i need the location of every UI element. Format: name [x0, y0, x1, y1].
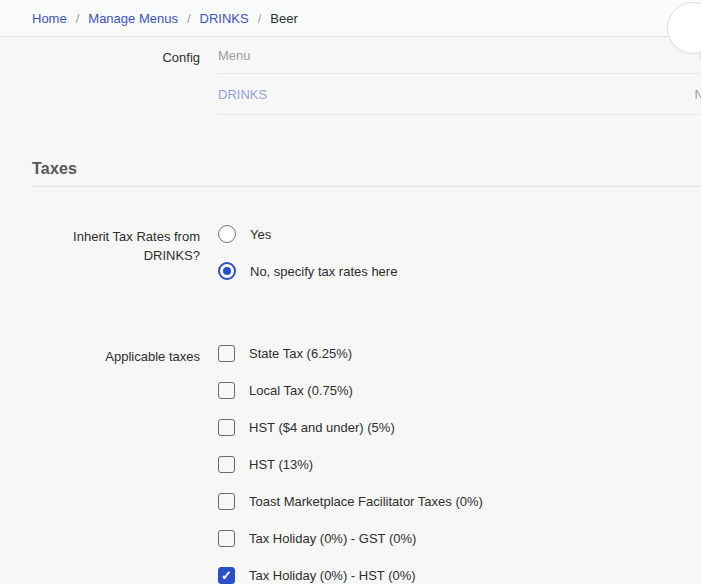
checkbox-local-tax[interactable]: ✓ — [218, 382, 235, 399]
radio-row-no[interactable]: No, specify tax rates here — [218, 262, 397, 280]
checkmark-icon: ✓ — [221, 569, 232, 582]
radio-row-yes[interactable]: Yes — [218, 225, 397, 243]
config-table: Menu r DRINKS N — [218, 37, 701, 115]
config-table-header: Menu r — [218, 37, 701, 74]
checkbox-hst-4-and-under[interactable]: ✓ — [218, 419, 235, 436]
breadcrumb-link-home[interactable]: Home — [32, 11, 67, 26]
breadcrumb-current-beer: Beer — [270, 11, 297, 26]
checkbox-row-tax-holiday-gst[interactable]: ✓ Tax Holiday (0%) - GST (0%) — [218, 530, 483, 547]
checkbox-row-tax-holiday-hst[interactable]: ✓ Tax Holiday (0%) - HST (0%) — [218, 567, 483, 584]
breadcrumb: Home / Manage Menus / DRINKS / Beer — [32, 11, 298, 26]
config-label: Config — [0, 37, 200, 65]
applicable-taxes-label: Applicable taxes — [0, 345, 200, 584]
inherit-radio-group: Yes No, specify tax rates here — [218, 225, 397, 299]
radio-no[interactable] — [218, 262, 236, 280]
inherit-label-line2: DRINKS? — [0, 246, 200, 265]
radio-yes[interactable] — [218, 225, 236, 243]
breadcrumb-link-manage-menus[interactable]: Manage Menus — [88, 11, 178, 26]
checkbox-row-hst-13[interactable]: ✓ HST (13%) — [218, 456, 483, 473]
checkbox-tax-holiday-hst[interactable]: ✓ — [218, 567, 235, 584]
checkbox-row-hst-4-and-under[interactable]: ✓ HST ($4 and under) (5%) — [218, 419, 483, 436]
radio-yes-label[interactable]: Yes — [250, 227, 271, 242]
checkbox-label[interactable]: Tax Holiday (0%) - GST (0%) — [249, 531, 416, 546]
config-section: Config Menu r DRINKS N — [0, 37, 701, 115]
breadcrumb-separator: / — [258, 11, 262, 26]
checkbox-hst-13[interactable]: ✓ — [218, 456, 235, 473]
checkbox-row-local-tax[interactable]: ✓ Local Tax (0.75%) — [218, 382, 483, 399]
checkbox-label[interactable]: Toast Marketplace Facilitator Taxes (0%) — [249, 494, 483, 509]
breadcrumb-separator: / — [76, 11, 80, 26]
checkbox-label[interactable]: State Tax (6.25%) — [249, 346, 352, 361]
checkbox-label[interactable]: HST (13%) — [249, 457, 313, 472]
config-table-row: DRINKS N — [218, 74, 701, 115]
taxes-section-header: Taxes — [32, 160, 701, 187]
checkbox-label[interactable]: Tax Holiday (0%) - HST (0%) — [249, 568, 416, 583]
inherit-label-line1: Inherit Tax Rates from — [0, 227, 200, 246]
radio-dot-icon — [223, 267, 231, 275]
checkbox-tax-holiday-gst[interactable]: ✓ — [218, 530, 235, 547]
checkbox-toast-marketplace-facilitator[interactable]: ✓ — [218, 493, 235, 510]
applicable-taxes-row: Applicable taxes ✓ State Tax (6.25%) ✓ L… — [0, 345, 701, 584]
taxes-heading: Taxes — [32, 160, 77, 177]
breadcrumb-link-drinks[interactable]: DRINKS — [200, 11, 249, 26]
checkbox-label[interactable]: Local Tax (0.75%) — [249, 383, 353, 398]
config-row-right-partial: N — [695, 87, 701, 102]
inherit-tax-rates-label: Inherit Tax Rates from DRINKS? — [0, 225, 200, 299]
radio-no-label[interactable]: No, specify tax rates here — [250, 264, 397, 279]
checkbox-row-toast-marketplace-facilitator[interactable]: ✓ Toast Marketplace Facilitator Taxes (0… — [218, 493, 483, 510]
top-bar: Home / Manage Menus / DRINKS / Beer — [0, 0, 701, 37]
config-row-drinks-link[interactable]: DRINKS — [218, 87, 267, 102]
checkbox-label[interactable]: HST ($4 and under) (5%) — [249, 420, 395, 435]
checkbox-state-tax[interactable]: ✓ — [218, 345, 235, 362]
inherit-tax-rates-row: Inherit Tax Rates from DRINKS? Yes No, s… — [0, 225, 701, 299]
config-column-menu: Menu — [218, 48, 251, 63]
applicable-taxes-group: ✓ State Tax (6.25%) ✓ Local Tax (0.75%) … — [218, 345, 483, 584]
breadcrumb-separator: / — [187, 11, 191, 26]
checkbox-row-state-tax[interactable]: ✓ State Tax (6.25%) — [218, 345, 483, 362]
